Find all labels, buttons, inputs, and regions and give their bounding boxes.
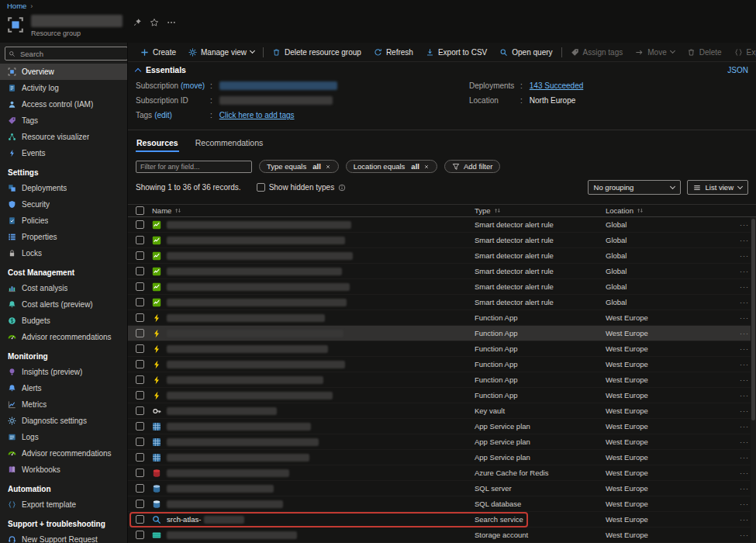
table-row[interactable]: Smart detector alert rule Global ··· <box>128 217 756 233</box>
sidebar-item[interactable]: Resource visualizer <box>0 129 127 145</box>
sidebar-item[interactable]: Activity log <box>0 80 127 96</box>
row-checkbox[interactable] <box>136 500 144 508</box>
toolbar-button[interactable]: Create <box>134 43 182 61</box>
resource-name-cell[interactable] <box>152 282 475 292</box>
json-view-link[interactable]: JSON <box>727 66 748 74</box>
sidebar-item[interactable]: Metrics <box>0 396 127 413</box>
column-header-type[interactable]: Type <box>475 206 606 215</box>
table-row[interactable]: Smart detector alert rule Global ··· <box>128 248 756 264</box>
add-filter-button[interactable]: Add filter <box>444 160 501 173</box>
row-checkbox[interactable] <box>136 406 144 415</box>
resource-name-cell[interactable] <box>152 236 475 245</box>
table-row[interactable]: Smart detector alert rule Global ··· <box>128 233 756 248</box>
row-checkbox[interactable] <box>136 422 144 431</box>
column-header-name[interactable]: Name <box>152 206 475 215</box>
essentials-value-link[interactable]: 143 Succeeded <box>530 81 584 90</box>
breadcrumb-home-link[interactable]: Home <box>7 2 26 10</box>
resource-name[interactable]: srch-atlas- <box>167 515 201 524</box>
essentials-inline-link[interactable]: (edit) <box>154 111 172 119</box>
table-row[interactable]: SQL database West Europe ··· <box>128 496 756 512</box>
table-row[interactable]: Smart detector alert rule Global ··· <box>128 295 756 310</box>
show-hidden-types-control[interactable]: Show hidden types <box>257 183 347 192</box>
tab[interactable]: Recommendations <box>195 135 264 152</box>
table-row[interactable]: Azure Cache for Redis West Europe ··· <box>128 465 756 481</box>
row-checkbox[interactable] <box>136 391 144 399</box>
select-all-checkbox[interactable] <box>136 206 144 215</box>
sidebar-item[interactable]: Cost alerts (preview) <box>0 296 127 313</box>
row-checkbox[interactable] <box>136 484 144 493</box>
table-row[interactable]: Function App West Europe ··· <box>128 310 756 326</box>
sidebar-item[interactable]: Logs <box>0 429 127 445</box>
table-row[interactable]: Function App West Europe ··· <box>128 341 756 357</box>
column-header-location[interactable]: Location <box>606 206 722 215</box>
toolbar-button[interactable]: Manage view <box>182 43 261 61</box>
essentials-value-link[interactable]: Click here to add tags <box>219 111 295 119</box>
resource-name-cell[interactable] <box>152 391 475 400</box>
resource-name-cell[interactable] <box>152 453 475 462</box>
toolbar-button[interactable]: Export to CSV <box>419 43 493 61</box>
sidebar-item[interactable]: Budgets <box>0 313 127 329</box>
row-checkbox[interactable] <box>136 438 144 446</box>
table-row[interactable]: Smart detector alert rule Global ··· <box>128 279 756 295</box>
resource-name-cell[interactable] <box>152 329 475 338</box>
table-scrollbar[interactable] <box>751 217 756 543</box>
view-select[interactable]: List view <box>687 180 748 195</box>
filter-input[interactable] <box>136 161 252 173</box>
sidebar-item[interactable]: Export template <box>0 496 127 513</box>
row-checkbox[interactable] <box>136 267 144 275</box>
table-row[interactable]: Function App West Europe ··· <box>128 388 756 403</box>
row-checkbox[interactable] <box>136 469 144 477</box>
resource-name-cell[interactable] <box>152 469 475 478</box>
tab[interactable]: Resources <box>136 135 179 152</box>
table-row[interactable]: Key vault West Europe ··· <box>128 403 756 419</box>
scrollbar-thumb[interactable] <box>751 219 755 420</box>
sidebar-item[interactable]: Access control (IAM) <box>0 96 127 112</box>
table-row[interactable]: App Service plan West Europe ··· <box>128 419 756 434</box>
toolbar-button[interactable]: Export template <box>728 43 756 61</box>
sidebar-item[interactable]: Deployments <box>0 180 127 196</box>
sidebar-item[interactable]: Cost analysis <box>0 280 127 296</box>
row-checkbox[interactable] <box>136 236 144 244</box>
table-row[interactable]: SQL server West Europe ··· <box>128 481 756 496</box>
sidebar-item[interactable]: Tags <box>0 112 127 129</box>
toolbar-button[interactable]: Refresh <box>368 43 419 61</box>
table-row[interactable]: App Service plan West Europe ··· <box>128 434 756 450</box>
filter-chip[interactable]: Type equalsall <box>259 160 339 173</box>
sidebar-item[interactable]: Policies <box>0 213 127 229</box>
resource-name-cell[interactable] <box>152 360 475 369</box>
favorite-star-icon[interactable] <box>150 18 159 27</box>
row-checkbox[interactable] <box>136 453 144 462</box>
table-row[interactable]: srch-atlas- Search service West Europe ·… <box>128 512 756 527</box>
resource-name-cell[interactable] <box>152 531 475 540</box>
table-row[interactable]: Smart detector alert rule Global ··· <box>128 264 756 279</box>
resource-name-cell[interactable] <box>152 313 475 323</box>
more-options-ellipsis-icon[interactable] <box>167 18 176 27</box>
row-checkbox[interactable] <box>136 515 144 524</box>
row-checkbox[interactable] <box>136 531 144 539</box>
row-checkbox[interactable] <box>136 329 144 337</box>
resource-name-cell[interactable] <box>152 406 475 416</box>
sidebar-item[interactable]: Security <box>0 196 127 213</box>
toolbar-button[interactable]: Assign tags <box>564 43 630 61</box>
show-hidden-types-checkbox[interactable] <box>257 183 265 192</box>
sidebar-item[interactable]: Events <box>0 145 127 161</box>
row-checkbox[interactable] <box>136 220 144 229</box>
row-checkbox[interactable] <box>136 344 144 353</box>
resource-name-cell[interactable] <box>152 267 475 276</box>
sidebar-search-box[interactable] <box>5 47 128 61</box>
table-row[interactable]: Function App West Europe ··· <box>128 372 756 388</box>
row-checkbox[interactable] <box>136 313 144 322</box>
sidebar-item[interactable]: New Support Request <box>0 531 127 543</box>
row-checkbox[interactable] <box>136 282 144 291</box>
row-checkbox[interactable] <box>136 298 144 306</box>
table-row[interactable]: Function App West Europe ··· <box>128 357 756 372</box>
sidebar-item[interactable]: Locks <box>0 245 127 261</box>
row-checkbox[interactable] <box>136 375 144 384</box>
sidebar-item[interactable]: Insights (preview) <box>0 364 127 380</box>
toolbar-button[interactable]: Open query <box>493 43 558 61</box>
toolbar-button[interactable]: Delete <box>681 43 728 61</box>
sidebar-item[interactable]: Workbooks <box>0 462 127 478</box>
toolbar-button[interactable]: Delete resource group <box>266 43 368 61</box>
pin-icon[interactable] <box>133 18 142 27</box>
sidebar-item[interactable]: Overview <box>0 64 127 80</box>
